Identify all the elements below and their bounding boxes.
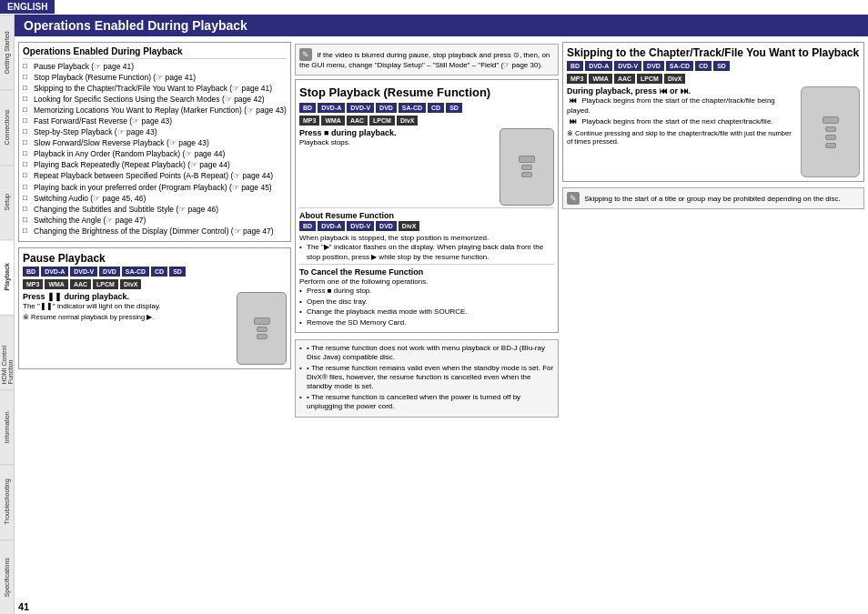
skip-badge-lpcm: LPCM [637,74,662,84]
badge-mp3: MP3 [23,279,43,289]
skip-badge-mp3: MP3 [567,74,587,84]
badge-cd: CD [151,267,167,277]
sidebar-item-setup[interactable]: Setup [0,165,14,239]
remote-skip-btn3 [825,135,836,140]
badge-lpcm: LPCM [93,279,118,289]
remote-btn-pause [254,317,270,325]
pause-badges-row2: MP3 WMA AAC LPCM DivX [23,279,287,289]
remote-stop [500,128,554,206]
pencil-note-text: If the video is blurred during pause, st… [299,51,550,69]
remote-stop-btn1 [519,156,535,163]
skip-content: During playback, press ⏮ or ⏭. ⏮ Playbac… [567,86,860,177]
stop-content: Press ■ during playback. Playback stops. [299,128,554,206]
list-item: Looking for Specific Sections Using the … [23,95,287,105]
stop-badge-wma: WMA [321,116,345,126]
badge-sd: SD [169,267,186,277]
about-badge-dvd-v: DVD-V [347,221,374,231]
list-item: Changing the Brightness of the Display (… [23,226,287,237]
remote-skip-btn1 [823,116,839,124]
remote-stop-btn3 [521,172,532,177]
remote-skip-btn4 [825,143,836,148]
remote-skip [801,86,860,177]
badge-aac: AAC [70,279,91,289]
skip-badge-sa-cd: SA-CD [666,61,693,71]
skip-note: ✎ Skipping to the start of a title or gr… [562,187,864,209]
remote-pause [237,292,287,365]
pencil-icon-2: ✎ [567,192,580,205]
list-item: Stop Playback (Resume Function) (☞ page … [23,73,287,83]
badge-dvd-a: DVD-A [41,267,68,277]
stop-badge-aac: AAC [347,116,368,126]
skip-badge-dvd: DVD [643,61,664,71]
pencil-icon: ✎ [299,48,312,61]
list-item: Step-by-Step Playback (☞ page 43) [23,127,287,137]
pause-content: Press ❚❚ during playback. The "❚❚" indic… [23,292,287,365]
pencil-note-box: ✎ If the video is blurred during pause, … [295,44,559,75]
remote-btn-small1 [257,327,267,332]
english-tab: ENGLISH [0,0,55,14]
stop-badge-dvd-v: DVD-V [347,103,374,113]
pause-badges-row1: BD DVD-A DVD-V DVD SA-CD CD SD [23,267,287,277]
left-column: Operations Enabled During Playback Pause… [18,42,291,611]
operations-box-title: Operations Enabled During Playback [23,46,287,59]
stop-badge-divx: DivX [397,116,419,126]
about-resume-text: When playback is stopped, the stop posit… [299,234,554,243]
bottom-note-0: • The resume function does not work with… [299,344,554,363]
cancel-bullet-0: Press ■ during stop. [299,287,554,296]
stop-badge-bd: BD [299,103,316,113]
list-item: Fast Forward/Fast Reverse (☞ page 43) [23,116,287,126]
list-item: Switching the Angle (☞ page 47) [23,216,287,226]
badge-sa-cd: SA-CD [122,267,149,277]
cancel-bullet-1: Open the disc tray. [299,297,554,307]
badge-dvd: DVD [99,267,120,277]
operations-list: Pause Playback (☞ page 41) Stop Playback… [23,62,287,237]
stop-badge-dvd-a: DVD-A [318,103,345,113]
cancel-resume-heading: To Cancel the Resume Function [299,267,554,277]
main-content: Operations Enabled During Playback Opera… [15,15,868,614]
skip-box: Skipping to the Chapter/Track/File You W… [562,42,864,182]
remote-skip-btn2 [825,126,836,132]
bottom-notes: • The resume function does not work with… [295,339,559,418]
page-number: 41 [18,601,29,612]
badge-dvd-v: DVD-V [70,267,97,277]
about-bullet-0: The "▶" indicator flashes on the display… [299,243,554,262]
sidebar-item-getting-started[interactable]: Getting Started [0,15,14,89]
cancel-bullet-3: Remove the SD Memory Card. [299,318,554,327]
cancel-intro: Perform one of the following operations. [299,277,554,287]
skip-badge-cd: CD [695,61,712,71]
right-column: Skipping to the Chapter/Track/File You W… [562,42,864,611]
list-item: Pause Playback (☞ page 41) [23,62,287,72]
stop-title: Stop Playback (Resume Function) [299,84,554,101]
about-badge-dvd-a: DVD-A [318,221,345,231]
skip-badge-bd: BD [567,61,583,71]
sidebar-item-troubleshooting[interactable]: Troubleshooting [0,464,14,539]
list-item: Repeat Playback between Specified Points… [23,171,287,181]
about-badge-divx: DivX [399,221,420,231]
stop-badge-cd: CD [428,103,444,113]
cancel-bullet-2: Change the playback media mode with SOUR… [299,307,554,317]
list-item: Playback in Any Order (Random Playback) … [23,149,287,159]
about-badges: BD DVD-A DVD-V DVD DivX [299,221,554,231]
stop-badges-row2: MP3 WMA AAC LPCM DivX [299,116,554,126]
sidebar-item-hdmi[interactable]: HDMI Control Function [0,315,14,389]
sidebar-item-specifications[interactable]: Specifications [0,539,14,614]
pause-playback-box: Pause Playback BD DVD-A DVD-V DVD SA-CD … [18,247,291,369]
skip-badge-wma: WMA [589,74,612,84]
list-item: Slow Forward/Slow Reverse Playback (☞ pa… [23,138,287,148]
sidebar-item-information[interactable]: Information [0,389,14,464]
about-resume-heading: About Resume Function [299,211,554,220]
list-item: Playing back in your preferred order (Pr… [23,183,287,193]
page-header: Operations Enabled During Playback [15,15,868,36]
list-item: Memorizing Locations You Want to Replay … [23,106,287,116]
sidebar-item-connections[interactable]: Connections [0,89,14,164]
columns-layout: Operations Enabled During Playback Pause… [15,40,868,613]
list-item: Playing Back Repeatedly (Repeat Playback… [23,160,287,170]
sidebar-item-playback[interactable]: Playback [0,239,14,314]
skip-badge-divx: DivX [664,74,686,84]
remote-btn-small2 [257,334,267,339]
stop-badge-dvd: DVD [376,103,397,113]
list-item: Changing the Subtitles and Subtitle Styl… [23,205,287,215]
stop-playback-box: Stop Playback (Resume Function) BD DVD-A… [295,79,559,333]
pause-title: Pause Playback [23,252,287,265]
list-item: Skipping to the Chapter/Track/File You W… [23,84,287,94]
